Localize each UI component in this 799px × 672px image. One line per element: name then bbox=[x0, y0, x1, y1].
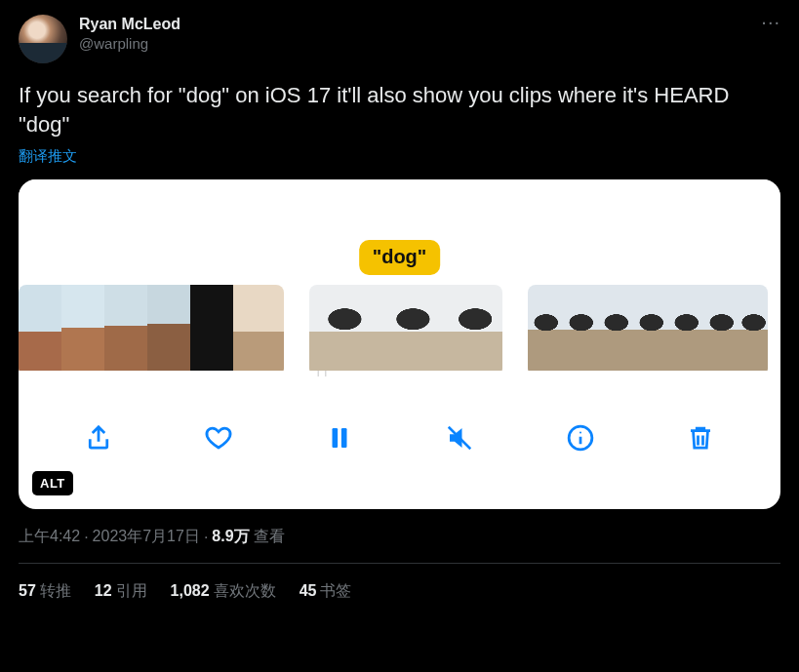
tweet-text: If you search for "dog" on iOS 17 it'll … bbox=[19, 81, 780, 139]
stat-quotes[interactable]: 12引用 bbox=[95, 581, 147, 602]
stat-label: 引用 bbox=[116, 582, 147, 599]
clip-frame bbox=[309, 285, 378, 371]
alt-badge[interactable]: ALT bbox=[32, 471, 73, 495]
clip-frame bbox=[563, 285, 598, 371]
filmstrip[interactable] bbox=[19, 279, 780, 376]
clip-frame bbox=[703, 285, 739, 371]
stat-label: 书签 bbox=[320, 582, 351, 599]
clip-frame bbox=[378, 285, 446, 371]
clip-frame bbox=[233, 285, 284, 371]
pause-icon bbox=[325, 423, 354, 453]
heart-icon bbox=[204, 423, 233, 453]
stat-bookmarks[interactable]: 45书签 bbox=[300, 581, 352, 602]
stat-num: 12 bbox=[95, 582, 112, 599]
clip-frame bbox=[61, 285, 104, 371]
clip-frame bbox=[190, 285, 233, 371]
stat-num: 45 bbox=[300, 582, 317, 599]
media-whitespace: "dog" bbox=[19, 179, 780, 279]
stat-likes[interactable]: 1,082喜欢次数 bbox=[171, 581, 276, 602]
trash-button[interactable] bbox=[681, 418, 720, 457]
tweet-media[interactable]: "dog" bbox=[19, 179, 780, 509]
user-handle: @warpling bbox=[79, 34, 749, 54]
meta-view-count: 8.9万 bbox=[212, 527, 249, 547]
clip-frame bbox=[147, 285, 190, 371]
meta-date[interactable]: 2023年7月17日 bbox=[93, 527, 200, 547]
mute-button[interactable] bbox=[440, 418, 479, 457]
clip-frame bbox=[446, 285, 502, 371]
clip-frame bbox=[668, 285, 703, 371]
svg-rect-0 bbox=[332, 428, 338, 448]
display-name: Ryan McLeod bbox=[79, 15, 749, 34]
clip-frame bbox=[19, 285, 61, 371]
stat-num: 57 bbox=[19, 582, 36, 599]
meta-view-label: 查看 bbox=[254, 527, 285, 547]
stat-retweets[interactable]: 57转推 bbox=[19, 581, 71, 602]
trash-icon bbox=[686, 423, 715, 453]
caption-pill: "dog" bbox=[359, 240, 441, 275]
stat-label: 喜欢次数 bbox=[214, 582, 276, 599]
user-block[interactable]: Ryan McLeod @warpling bbox=[79, 15, 749, 54]
clip-group-1[interactable] bbox=[19, 285, 284, 376]
more-button[interactable]: ··· bbox=[761, 15, 780, 26]
info-button[interactable] bbox=[561, 418, 600, 457]
tweet-meta: 上午4:42 · 2023年7月17日 · 8.9万 查看 bbox=[19, 527, 780, 547]
clip-frame bbox=[528, 285, 563, 371]
stat-num: 1,082 bbox=[171, 582, 210, 599]
clip-frame bbox=[633, 285, 668, 371]
clip-frame bbox=[598, 285, 633, 371]
svg-rect-1 bbox=[341, 428, 347, 448]
clip-group-3[interactable] bbox=[528, 285, 768, 376]
svg-point-5 bbox=[579, 431, 581, 433]
stat-label: 转推 bbox=[40, 582, 71, 599]
clip-frame bbox=[104, 285, 147, 371]
clip-frame bbox=[739, 285, 768, 371]
meta-time[interactable]: 上午4:42 bbox=[19, 527, 80, 547]
share-button[interactable] bbox=[79, 418, 118, 457]
share-icon bbox=[84, 423, 113, 453]
meta-dot: · bbox=[84, 529, 88, 546]
info-icon bbox=[566, 423, 595, 453]
clip-group-2[interactable] bbox=[309, 285, 502, 376]
tweet-header: Ryan McLeod @warpling ··· bbox=[19, 15, 780, 63]
meta-dot: · bbox=[204, 529, 208, 546]
avatar[interactable] bbox=[19, 15, 67, 63]
like-button[interactable] bbox=[199, 418, 238, 457]
tweet: Ryan McLeod @warpling ··· If you search … bbox=[0, 0, 799, 603]
pause-button[interactable] bbox=[320, 418, 359, 457]
mute-icon bbox=[445, 423, 474, 453]
media-toolbar bbox=[19, 376, 780, 509]
tweet-stats: 57转推 12引用 1,082喜欢次数 45书签 bbox=[19, 564, 780, 602]
translate-link[interactable]: 翻译推文 bbox=[19, 147, 780, 166]
